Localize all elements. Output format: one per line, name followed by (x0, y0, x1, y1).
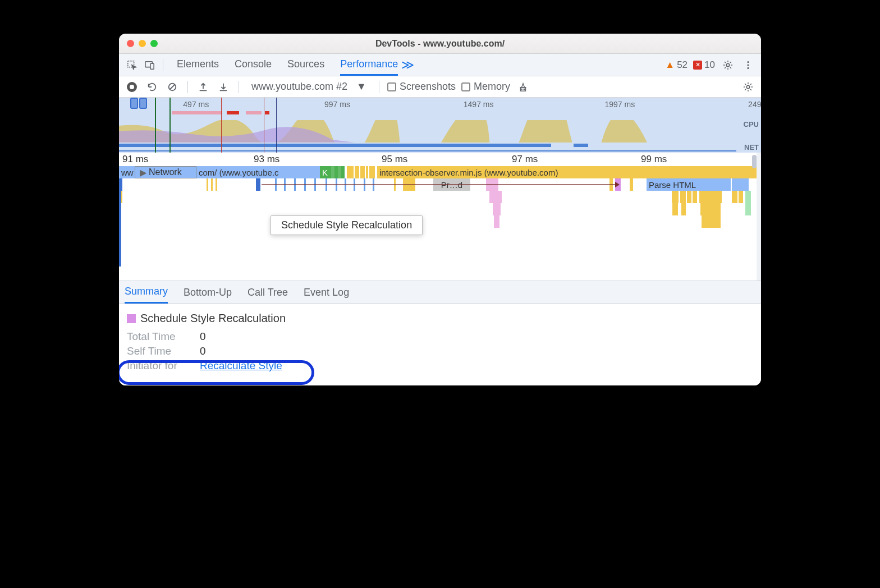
tab-event-log[interactable]: Event Log (304, 282, 349, 303)
task-segment[interactable]: intersection-observer.min.js (www.youtub… (377, 166, 757, 178)
warning-icon: ▲ (665, 59, 675, 71)
upload-icon[interactable] (196, 80, 210, 94)
task-segment[interactable] (284, 178, 286, 191)
task-segment[interactable] (355, 166, 359, 178)
errors-count[interactable]: ✕ 10 (693, 59, 715, 71)
network-track-label[interactable]: ▶ Network (135, 166, 196, 178)
task-segment[interactable] (345, 178, 346, 191)
task-segment[interactable] (360, 166, 365, 178)
capture-settings-icon[interactable] (741, 80, 755, 94)
garbage-collect-icon[interactable] (516, 80, 530, 94)
task-segment[interactable] (207, 178, 208, 191)
kebab-menu-icon[interactable] (741, 58, 755, 72)
task-segment[interactable] (489, 191, 502, 203)
tab-bottom-up[interactable]: Bottom-Up (184, 282, 232, 303)
task-segment[interactable] (119, 178, 122, 191)
tab-performance[interactable]: Performance (340, 54, 398, 76)
task-segment[interactable] (699, 191, 722, 203)
task-segment[interactable] (494, 215, 499, 228)
task-segment[interactable]: K (320, 166, 328, 178)
task-segment[interactable] (702, 215, 721, 228)
expand-icon: ▶ (140, 167, 146, 178)
task-segment[interactable] (745, 191, 751, 203)
tab-elements[interactable]: Elements (177, 54, 219, 76)
screenshots-checkbox[interactable]: Screenshots (387, 81, 456, 93)
task-segment[interactable] (739, 191, 743, 203)
reload-button[interactable] (145, 80, 159, 94)
task-segment[interactable] (347, 166, 351, 178)
task-segment[interactable] (486, 178, 498, 191)
task-marker (246, 111, 262, 114)
separator (379, 81, 379, 93)
task-segment[interactable] (354, 178, 355, 191)
maximize-window-button[interactable] (150, 40, 158, 47)
recording-selector[interactable]: www.youtube.com #2 ▼ (247, 81, 371, 93)
settings-icon[interactable] (721, 58, 735, 72)
task-segment[interactable] (364, 178, 365, 191)
tab-summary[interactable]: Summary (125, 281, 168, 304)
download-icon[interactable] (216, 80, 231, 94)
tab-call-tree[interactable]: Call Tree (247, 282, 288, 303)
task-segment[interactable] (687, 191, 691, 203)
task-segment[interactable] (351, 166, 354, 178)
task-marker (227, 111, 239, 114)
task-segment[interactable] (341, 166, 345, 178)
task-segment[interactable] (304, 178, 306, 191)
task-segment[interactable] (256, 178, 260, 191)
task-segment[interactable]: ww (119, 166, 135, 178)
selection-handle-left[interactable] (130, 98, 138, 109)
task-segment[interactable] (216, 178, 217, 191)
scrollbar-thumb[interactable] (752, 155, 757, 168)
task-segment[interactable] (373, 178, 374, 191)
task-segment[interactable]: Parse HTML (647, 178, 731, 191)
task-segment[interactable] (672, 191, 679, 203)
task-segment[interactable] (681, 203, 686, 215)
task-segment[interactable] (336, 178, 337, 191)
task-segment[interactable] (326, 178, 327, 191)
task-segment[interactable] (211, 178, 213, 191)
warnings-count[interactable]: ▲ 52 (665, 59, 688, 71)
task-segment[interactable] (369, 166, 375, 178)
checkbox-icon (461, 82, 470, 91)
device-toolbar-icon[interactable] (143, 58, 157, 72)
initiator-link[interactable]: Recalculate Style (200, 360, 282, 372)
task-segment[interactable] (680, 191, 686, 203)
task-segment[interactable] (732, 178, 749, 191)
task-segment[interactable] (394, 178, 396, 191)
timeline-overview[interactable]: 497 ms 997 ms 1497 ms 1997 ms 249 CPU NE… (119, 98, 761, 153)
task-segment[interactable] (693, 191, 697, 203)
minimize-window-button[interactable] (139, 40, 146, 47)
memory-checkbox[interactable]: Memory (461, 81, 510, 93)
task-segment[interactable]: Pr…d (433, 178, 470, 191)
window-titlebar: DevTools - www.youtube.com/ (119, 34, 761, 54)
overview-tick: 1997 ms (604, 100, 635, 109)
close-window-button[interactable] (127, 40, 134, 47)
task-segment[interactable] (366, 166, 368, 178)
initiator-row: Initiator for Recalculate Style (127, 360, 753, 372)
task-segment[interactable] (314, 178, 316, 191)
svg-point-3 (726, 63, 729, 66)
tab-sources[interactable]: Sources (287, 54, 324, 76)
task-segment[interactable]: com/ (www.youtube.c (196, 166, 320, 178)
marker-line (169, 98, 171, 153)
task-segment[interactable] (732, 191, 737, 203)
task-segment[interactable] (745, 203, 751, 215)
task-segment[interactable] (403, 178, 415, 191)
task-segment[interactable] (275, 178, 277, 191)
task-segment[interactable] (493, 203, 501, 215)
more-tabs-button[interactable]: ≫ (401, 58, 414, 72)
clear-button[interactable] (165, 80, 180, 94)
task-segment[interactable] (609, 178, 613, 191)
arrow-head-icon (615, 182, 620, 187)
task-segment[interactable] (672, 203, 678, 215)
inspect-element-icon[interactable] (125, 58, 139, 72)
record-button[interactable] (125, 80, 139, 94)
task-segment[interactable] (119, 191, 121, 267)
task-segment[interactable] (700, 203, 721, 215)
tab-console[interactable]: Console (235, 54, 272, 76)
selection-handle-right[interactable] (139, 98, 147, 109)
task-segment[interactable] (630, 178, 633, 191)
flame-chart[interactable]: 91 ms 93 ms 95 ms 97 ms 99 ms ww ▶ Netwo… (119, 153, 761, 281)
overview-tick: 249 (748, 100, 761, 109)
task-segment[interactable] (294, 178, 296, 191)
